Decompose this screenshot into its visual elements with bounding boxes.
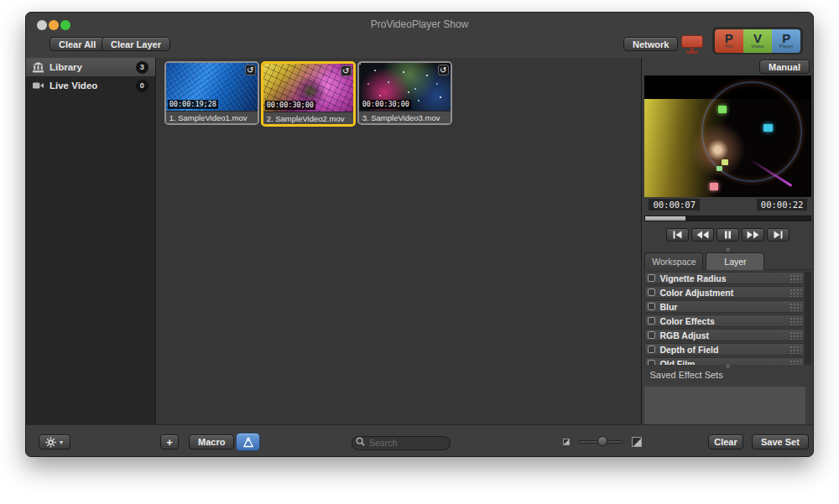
fast-forward-icon (747, 231, 759, 239)
sidebar-item-label: Library (50, 62, 82, 72)
drag-handle-icon[interactable] (789, 288, 801, 297)
network-button[interactable]: Network (623, 37, 678, 51)
drag-handle-icon[interactable] (789, 359, 801, 365)
video-particle (763, 124, 773, 132)
pvp-word: Player (779, 44, 794, 49)
drag-handle-icon[interactable] (789, 302, 801, 311)
video-particle (718, 106, 727, 113)
clear-layer-button[interactable]: Clear Layer (102, 37, 170, 51)
display-screen-shape (681, 35, 703, 48)
clear-all-button[interactable]: Clear All (50, 37, 105, 51)
skip-to-end-icon (773, 231, 784, 239)
media-duration: 00:00:19;28 (168, 100, 218, 109)
media-thumbnail-2: ↺ 00:00:30;00 (263, 64, 353, 112)
effect-row-blur[interactable]: Blur (644, 300, 805, 313)
media-duration: 00:00:30;00 (265, 101, 315, 110)
loop-icon[interactable]: ↺ (438, 65, 449, 75)
effect-checkbox[interactable] (648, 360, 655, 365)
add-button[interactable]: + (160, 434, 179, 449)
library-count-badge: 3 (136, 61, 149, 74)
effect-row-depth-of-field[interactable]: Depth of Field (644, 343, 805, 356)
pvp-word: Video (751, 44, 763, 49)
skip-to-end-button[interactable] (767, 228, 789, 242)
effect-checkbox[interactable] (648, 303, 655, 310)
effect-checkbox[interactable] (648, 274, 655, 282)
effect-row-color-adjustment[interactable]: Color Adjustment (644, 286, 805, 299)
clear-effects-button[interactable]: Clear (708, 434, 743, 449)
effect-label: Vignette Radius (659, 273, 726, 283)
saved-effect-sets-list[interactable] (644, 387, 805, 424)
actions-menu-button[interactable]: ▼ (39, 434, 70, 449)
pvp-logo-tile-video: V Video (743, 29, 772, 53)
rewind-icon (696, 231, 709, 239)
small-thumbnail-icon[interactable] (563, 439, 570, 445)
large-thumbnail-icon[interactable] (632, 437, 642, 447)
drag-handle-icon[interactable] (789, 273, 801, 283)
rewind-button[interactable] (691, 228, 714, 242)
media-cell-2-selected[interactable]: ↺ 00:00:30;00 2. SampleVideo2.mov (261, 61, 356, 127)
skip-to-start-button[interactable] (666, 228, 689, 242)
transport-controls (644, 226, 811, 244)
effect-label: Color Effects (659, 316, 714, 326)
effect-checkbox[interactable] (648, 331, 655, 339)
pvp-letter: P (782, 33, 790, 44)
effect-row-old-film[interactable]: Old Film (644, 357, 805, 365)
macro-button[interactable]: Macro (189, 434, 234, 449)
media-cell-1[interactable]: ↺ 00:00:19;28 1. SampleVideo1.mov (164, 61, 259, 125)
pvp-letter: P (725, 33, 733, 44)
drag-handle-icon[interactable] (789, 330, 801, 340)
save-set-button[interactable]: Save Set (752, 434, 809, 449)
thumbnail-size-slider-thumb[interactable] (597, 436, 607, 446)
media-cell-3[interactable]: ↺ 00:00:30;00 3. SampleVideo3.mov (357, 61, 452, 125)
sidebar-item-library[interactable]: Library 3 (26, 58, 155, 76)
manual-button[interactable]: Manual (759, 60, 810, 74)
media-name: 1. SampleVideo1.mov (166, 111, 258, 123)
effect-label: RGB Adjust (659, 330, 709, 340)
effect-row-color-effects[interactable]: Color Effects (644, 314, 805, 327)
camera-icon (33, 81, 44, 91)
saved-effect-sets-label: Saved Effect Sets (649, 370, 722, 380)
pane-splitter-handle[interactable] (726, 364, 730, 368)
library-icon (33, 62, 44, 73)
effect-row-rgb-adjust[interactable]: RGB Adjust (644, 329, 805, 341)
video-particle (722, 159, 728, 165)
effect-checkbox[interactable] (648, 288, 655, 296)
media-bin-button[interactable] (236, 433, 260, 451)
timecode-row: 00:00:07 00:00:22 (644, 199, 811, 212)
display-output-icon[interactable] (680, 35, 705, 54)
search-field-wrap (352, 434, 451, 449)
media-name: 3. SampleVideo3.mov (359, 111, 451, 123)
effect-label: Old Film (659, 359, 695, 366)
video-particle (710, 183, 718, 190)
preview-viewport (644, 75, 811, 197)
content-area: Library 3 Live Video 0 ↺ 00:00:19;28 1. … (26, 58, 813, 424)
sidebar-item-live-video[interactable]: Live Video 0 (26, 76, 155, 95)
effect-row-vignette-radius[interactable]: Vignette Radius (644, 272, 805, 284)
effect-checkbox[interactable] (648, 317, 655, 325)
loop-icon[interactable]: ↺ (245, 65, 256, 75)
tab-workspace[interactable]: Workspace (644, 252, 703, 270)
search-input[interactable] (352, 436, 451, 450)
pane-splitter-handle[interactable] (726, 247, 730, 252)
gear-icon (45, 437, 56, 448)
drag-handle-icon[interactable] (789, 316, 801, 325)
sidebar-item-label: Live Video (50, 81, 97, 91)
sidebar: Library 3 Live Video 0 (26, 58, 156, 424)
playback-progress-bar[interactable] (644, 216, 811, 221)
pvp-logo: P Pro V Video P Player (712, 27, 803, 55)
effect-label: Depth of Field (659, 345, 718, 355)
sparkle-particles (359, 63, 361, 65)
loop-icon[interactable]: ↺ (341, 65, 352, 76)
effects-scrollbar[interactable] (805, 272, 811, 365)
media-duration: 00:00:30;00 (361, 100, 411, 109)
pause-button[interactable] (717, 228, 739, 242)
bottom-toolbar: ▼ + Macro Clear Save Set (26, 424, 813, 457)
search-icon (356, 437, 365, 446)
fast-forward-button[interactable] (742, 228, 764, 242)
media-thumbnail-1: ↺ 00:00:19;28 (166, 63, 258, 111)
drag-handle-icon[interactable] (789, 345, 801, 354)
preview-panel: Manual 00:00:07 00:00:22 (641, 58, 813, 424)
tab-layer[interactable]: Layer (706, 252, 764, 270)
effect-checkbox[interactable] (648, 346, 655, 353)
chevron-down-icon: ▼ (59, 439, 65, 445)
